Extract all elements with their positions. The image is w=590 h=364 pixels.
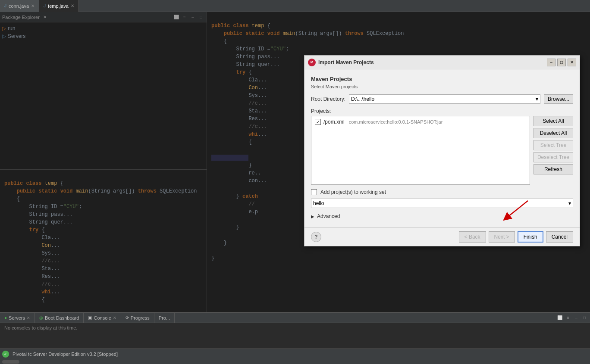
working-set-dropdown[interactable]: hello ▾ [311, 199, 573, 208]
bottom-minimize-icon[interactable]: – [573, 314, 580, 321]
servers-tab-icon: ● [4, 315, 7, 320]
import-maven-modal: M Import Maven Projects – □ ✕ Maven Proj… [304, 55, 580, 246]
ide-container: J conn.java ✕ J temp.java ✕ Package Expl… [0, 0, 590, 364]
back-button[interactable]: < Back [459, 231, 486, 243]
modal-controls: – □ ✕ [547, 59, 576, 66]
servers-tab-close[interactable]: ✕ [27, 316, 30, 320]
root-directory-value: D:\...\hello [351, 96, 374, 102]
projects-label: Projects: [311, 108, 573, 114]
next-button[interactable]: Next > [489, 231, 515, 243]
side-buttons: Select All Deselect All Select Tree Dese… [534, 116, 573, 185]
finish-button[interactable]: Finish [518, 231, 543, 243]
console-message: No consoles to display at this time. [4, 325, 77, 330]
help-button[interactable]: ? [311, 232, 321, 242]
dropdown-arrow-icon: ▾ [536, 96, 538, 102]
temp-java-close[interactable]: ✕ [71, 3, 74, 8]
modal-title: Import Maven Projects [318, 59, 544, 65]
project-checkbox-0[interactable]: ✓ [315, 119, 321, 125]
console-icon: ▣ [88, 315, 92, 320]
tab-bar: J conn.java ✕ J temp.java ✕ [0, 0, 590, 12]
project-artifact-0: com.microservice:hello:0.0.1-SNAPSHOT:ja… [349, 119, 443, 124]
working-set-arrow-icon: ▾ [568, 200, 571, 206]
temp-java-icon: J [44, 3, 46, 8]
tab-temp-java[interactable]: J temp.java ✕ [39, 0, 79, 12]
bottom-panel-icons: ⬜ ≡ – □ [554, 314, 590, 321]
browse-button[interactable]: Browse... [544, 94, 573, 104]
bottom-collapse-icon[interactable]: ⬜ [556, 314, 563, 321]
servers-tab-label: Servers [9, 315, 25, 320]
working-set-row: Add project(s) to working set [311, 189, 573, 195]
console-label: Console [94, 315, 111, 320]
console-tab-close[interactable]: ✕ [113, 316, 116, 320]
modal-footer: ? < Back Next > Finish Cancel [304, 227, 580, 246]
progress-label: Progress [131, 315, 150, 320]
status-icon: ✓ [2, 351, 9, 358]
maven-icon: M [308, 59, 316, 66]
project-item-0[interactable]: ✓ /pom.xml com.microservice:hello:0.0.1-… [313, 118, 528, 126]
temp-java-label: temp.java [48, 3, 69, 9]
advanced-triangle-icon: ▶ [311, 214, 314, 219]
bottom-scroll [0, 359, 590, 364]
modal-overlay: M Import Maven Projects – □ ✕ Maven Proj… [0, 12, 590, 312]
root-directory-label: Root Directory: [311, 96, 345, 102]
modal-close-btn[interactable]: ✕ [568, 59, 576, 66]
project-path-0: /pom.xml [323, 119, 345, 125]
modal-body: Maven Projects Select Maven projects Roo… [304, 69, 580, 227]
working-set-value: hello [313, 200, 324, 206]
deselect-all-button[interactable]: Deselect All [534, 128, 573, 138]
section-title: Maven Projects [311, 76, 573, 82]
boot-dashboard-tab[interactable]: ◎ Boot Dashboard [35, 313, 84, 323]
bottom-tabs: ● Servers ✕ ◎ Boot Dashboard ▣ Console ✕… [0, 313, 590, 323]
modal-restore-btn[interactable]: □ [557, 59, 566, 66]
select-tree-button[interactable]: Select Tree [534, 140, 573, 150]
conn-java-close[interactable]: ✕ [31, 3, 35, 8]
working-set-checkbox[interactable] [311, 189, 317, 195]
conn-java-label: conn.java [9, 3, 29, 9]
cancel-button[interactable]: Cancel [546, 231, 573, 243]
projects-list: ✓ /pom.xml com.microservice:hello:0.0.1-… [311, 116, 530, 185]
scroll-thumb[interactable] [2, 360, 19, 364]
checkmark-icon: ✓ [316, 119, 320, 125]
pro-label: Pro... [159, 315, 170, 320]
advanced-section[interactable]: ▶ Advanced [311, 212, 573, 221]
projects-panel: ✓ /pom.xml com.microservice:hello:0.0.1-… [311, 116, 573, 185]
servers-tab[interactable]: ● Servers ✕ [0, 313, 35, 323]
working-set-label: Add project(s) to working set [320, 189, 386, 195]
conn-java-icon: J [4, 3, 6, 8]
status-text: Pivotal tc Server Developer Edition v3.2… [13, 352, 118, 357]
select-all-button[interactable]: Select All [534, 116, 573, 126]
pro-tab[interactable]: Pro... [154, 313, 175, 323]
bottom-maximize-icon[interactable]: □ [581, 314, 588, 321]
progress-tab[interactable]: ⟳ Progress [121, 313, 154, 323]
main-area: Package Explorer ✕ ⬜ ≡ – □ ▷ run ▷ Serve… [0, 12, 590, 312]
refresh-button[interactable]: Refresh [534, 164, 573, 174]
root-directory-row: Root Directory: D:\...\hello ▾ Browse... [311, 94, 573, 104]
boot-dashboard-label: Boot Dashboard [45, 315, 79, 320]
progress-icon: ⟳ [126, 315, 129, 320]
bottom-status: ✓ Pivotal tc Server Developer Edition v3… [0, 348, 590, 359]
section-subtitle: Select Maven projects [311, 84, 573, 89]
bottom-panel: ● Servers ✕ ◎ Boot Dashboard ▣ Console ✕… [0, 312, 590, 364]
deselect-tree-button[interactable]: Deselect Tree [534, 152, 573, 162]
bottom-menu-icon[interactable]: ≡ [565, 314, 571, 321]
modal-minimize-btn[interactable]: – [547, 59, 555, 66]
console-tab[interactable]: ▣ Console ✕ [84, 313, 121, 323]
console-content: No consoles to display at this time. [0, 323, 590, 348]
tab-conn-java[interactable]: J conn.java ✕ [0, 0, 39, 12]
advanced-label: Advanced [317, 213, 340, 219]
root-directory-input[interactable]: D:\...\hello ▾ [349, 94, 540, 104]
modal-titlebar: M Import Maven Projects – □ ✕ [304, 56, 580, 69]
boot-dashboard-icon: ◎ [39, 315, 43, 320]
